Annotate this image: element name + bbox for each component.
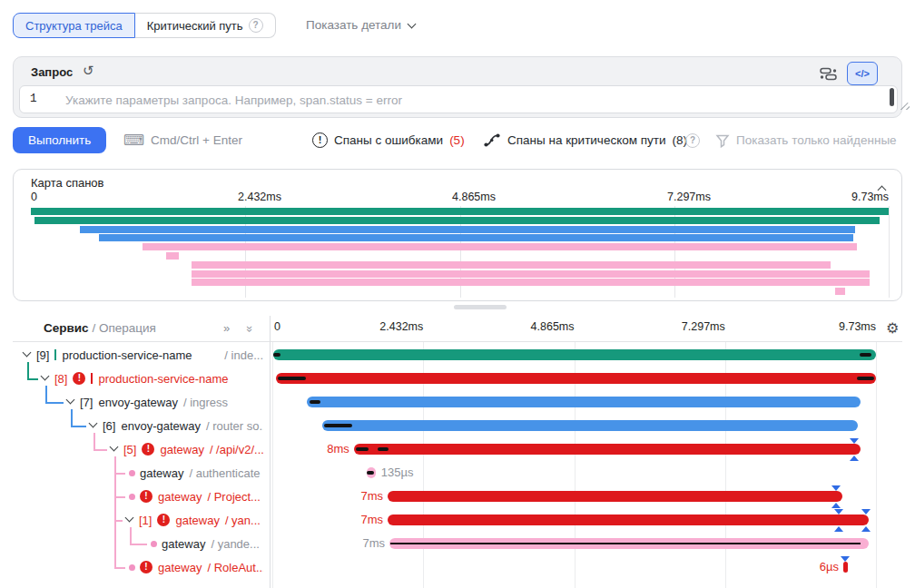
- minimap-span-bar[interactable]: [80, 226, 855, 233]
- span-bar-self-time: [278, 377, 306, 380]
- leaf-dot-icon: [129, 470, 135, 476]
- span-bar-self-time: [356, 447, 369, 451]
- operation-name: / /api/v2/...: [210, 443, 263, 456]
- operation-column-label: / Операция: [92, 321, 155, 335]
- span-badge: [6]: [103, 419, 115, 433]
- tree-row[interactable]: [6]envoy-gateway/ router so...: [13, 414, 270, 437]
- span-bar-self-time: [378, 447, 389, 451]
- chevron-down-icon[interactable]: [66, 396, 75, 405]
- query-input[interactable]: 1 Укажите параметры запроса. Например, s…: [19, 85, 898, 113]
- gantt-tick-label: 0: [274, 320, 338, 333]
- gantt-tick-label: 4.865ms: [511, 320, 575, 333]
- span-bar[interactable]: [307, 397, 861, 407]
- query-history-icon[interactable]: ↺: [83, 63, 94, 79]
- minimap-span-bar[interactable]: [34, 217, 880, 224]
- tree-row[interactable]: gateway/ yande...: [13, 532, 270, 555]
- critical-path-marker-icon: [834, 509, 843, 514]
- help-icon[interactable]: ?: [249, 18, 263, 33]
- query-code-mode-button[interactable]: </>: [847, 62, 878, 85]
- scrollbar-thumb[interactable]: [890, 88, 894, 106]
- collapse-all-icon[interactable]: »: [243, 326, 257, 332]
- chevron-down-icon[interactable]: [41, 372, 50, 381]
- tree-row-content: gateway/ authenticate: [140, 461, 263, 485]
- tree-row-content: [1]!gateway/ yan...: [139, 508, 263, 532]
- splitter-handle[interactable]: [454, 305, 507, 309]
- operation-name: / RoleAut...: [207, 561, 263, 574]
- tree-row[interactable]: !gateway/ RoleAut...: [13, 555, 270, 579]
- tab-trace-structure[interactable]: Структура трейса: [13, 13, 135, 38]
- tree-row-content: [6]envoy-gateway/ router so...: [103, 414, 263, 437]
- tree-row[interactable]: !gateway/ Project...: [13, 485, 270, 508]
- span-bar[interactable]: [388, 514, 869, 525]
- critical-path-spans-label: Спаны на критическом пути: [507, 133, 666, 147]
- service-color-tick: [91, 373, 93, 384]
- minimap-span-bar[interactable]: [143, 243, 857, 250]
- tree-row[interactable]: [5]!gateway/ /api/v2/...: [13, 437, 270, 461]
- keyboard-icon: ⌨: [123, 132, 144, 149]
- tree-row-content: !gateway/ RoleAut...: [140, 555, 263, 579]
- service-name: envoy-gateway: [98, 396, 177, 409]
- line-number: 1: [30, 93, 37, 105]
- minimap-span-bar[interactable]: [166, 252, 178, 260]
- error-icon: !: [140, 490, 152, 503]
- critical-path-help[interactable]: ?: [685, 127, 700, 153]
- chevron-down-icon[interactable]: [125, 514, 134, 523]
- chevron-down-icon[interactable]: [110, 443, 119, 452]
- tree-row[interactable]: [8]!production-service-name: [13, 367, 270, 390]
- span-duration-label: 7ms: [318, 532, 385, 555]
- span-bar[interactable]: [388, 491, 842, 502]
- minimap-tick-label: 2.432ms: [238, 191, 281, 203]
- error-icon: !: [157, 514, 170, 526]
- query-builder-mode-button[interactable]: [812, 62, 843, 85]
- gantt-tick-label: 9.73ms: [812, 320, 876, 333]
- leaf-dot-icon: [129, 564, 135, 571]
- span-duration-label: 135µs: [381, 461, 414, 485]
- critical-path-spans-toggle[interactable]: Спаны на критическом пути (8): [483, 127, 687, 153]
- operation-name: / router so...: [206, 419, 263, 433]
- action-row: Выполнить ⌨ Cmd/Ctrl + Enter ! Спаны с о…: [0, 127, 915, 154]
- error-spans-toggle[interactable]: ! Спаны с ошибками (5): [312, 127, 465, 153]
- filter-icon: [715, 133, 730, 148]
- error-spans-label: Спаны с ошибками: [334, 133, 443, 147]
- span-bar[interactable]: [354, 444, 861, 455]
- tree-gantt-divider[interactable]: [270, 316, 271, 588]
- tree-row[interactable]: [9]production-service-name/ inde...: [13, 343, 270, 367]
- chevron-down-icon[interactable]: [89, 419, 98, 428]
- query-mode-toggle: </>: [812, 62, 878, 85]
- minimap-tick-label: 4.865ms: [452, 191, 496, 203]
- span-bar-self-time: [860, 353, 871, 357]
- minimap-span-bar[interactable]: [31, 208, 889, 215]
- minimap-gridline: [889, 206, 890, 298]
- span-badge: [8]: [54, 372, 67, 386]
- query-placeholder: Укажите параметры запроса. Например, spa…: [65, 93, 402, 107]
- critical-path-marker-icon: [861, 526, 871, 532]
- error-icon: !: [142, 443, 154, 456]
- critical-path-marker-icon: [850, 456, 859, 461]
- minimap-span-bar[interactable]: [192, 261, 831, 269]
- show-found-only-toggle[interactable]: Показать только найденные: [715, 127, 897, 153]
- chevron-down-icon: [408, 19, 417, 28]
- span-bar[interactable]: [276, 373, 876, 384]
- span-bar[interactable]: [843, 562, 848, 573]
- tab-critical-path[interactable]: Критический путь ?: [135, 13, 276, 38]
- minimap-span-bar[interactable]: [835, 288, 844, 295]
- query-panel: Запрос ↺ </> 1 Укажите параметры запроса…: [13, 56, 902, 118]
- minimap-span-bar[interactable]: [192, 270, 870, 278]
- span-bar[interactable]: [273, 349, 876, 360]
- chevron-down-icon[interactable]: [23, 348, 32, 358]
- tree-row[interactable]: [7]envoy-gateway/ ingress: [13, 390, 270, 414]
- tree-row-content: [5]!gateway/ /api/v2/...: [123, 437, 263, 461]
- tree-row-content: [7]envoy-gateway/ ingress: [80, 390, 263, 414]
- run-query-button[interactable]: Выполнить: [13, 127, 106, 153]
- span-bar[interactable]: [322, 420, 858, 431]
- show-details-dropdown[interactable]: Показать детали: [306, 18, 415, 32]
- expand-columns-icon[interactable]: »: [223, 321, 230, 335]
- operation-name: / yan...: [225, 514, 261, 527]
- minimap-span-bar[interactable]: [192, 279, 870, 286]
- tree-row[interactable]: [1]!gateway/ yan...: [13, 508, 270, 532]
- resize-handle-icon[interactable]: [900, 101, 910, 110]
- tree-row[interactable]: gateway/ authenticate: [13, 461, 270, 485]
- minimap-span-bar[interactable]: [99, 234, 854, 241]
- span-bar-self-time: [310, 400, 321, 404]
- gantt-settings-gear-icon[interactable]: ⚙: [886, 319, 899, 337]
